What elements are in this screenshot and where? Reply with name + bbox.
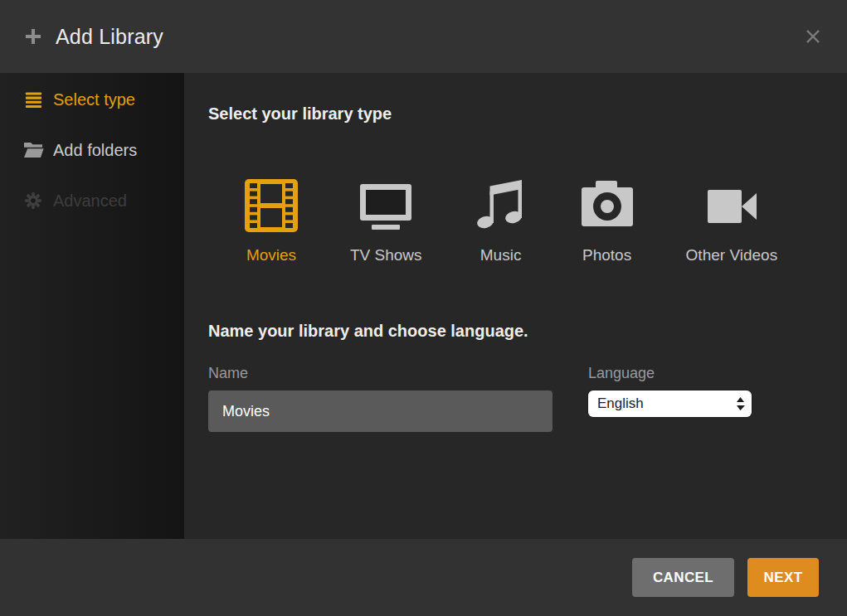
- name-language-fields: Name Language English: [208, 362, 822, 432]
- type-option-label: Photos: [582, 246, 631, 264]
- main-panel: Select your library type: [184, 73, 847, 539]
- type-option-label: Other Videos: [686, 246, 778, 264]
- name-field-label: Name: [208, 362, 552, 384]
- type-option-music[interactable]: Music: [474, 178, 528, 264]
- wizard-steps-sidebar: Select type Add folders: [0, 73, 184, 539]
- type-option-other-videos[interactable]: Other Videos: [686, 178, 778, 264]
- library-type-picker: Movies TV Shows: [208, 178, 822, 264]
- tv-icon: [358, 178, 413, 236]
- sidebar-item-label: Advanced: [53, 192, 127, 211]
- language-select[interactable]: English: [588, 390, 752, 417]
- music-note-icon: [474, 178, 528, 236]
- name-field-group: Name: [208, 362, 552, 432]
- camera-icon: [580, 178, 635, 236]
- language-field-group: Language English: [588, 362, 752, 432]
- film-icon: [244, 178, 299, 236]
- language-field-label: Language: [588, 362, 752, 384]
- sidebar-item-advanced: Advanced: [0, 184, 184, 217]
- library-name-input[interactable]: [208, 390, 552, 432]
- gear-icon: [22, 192, 44, 210]
- folder-icon: [22, 141, 44, 159]
- dialog-header: Add Library: [0, 0, 847, 73]
- dialog-body: Select type Add folders: [0, 73, 847, 539]
- dialog-title: Add Library: [56, 25, 163, 49]
- sidebar-item-label: Select type: [53, 90, 135, 109]
- type-option-movies[interactable]: Movies: [244, 178, 299, 264]
- type-option-label: Music: [480, 246, 522, 264]
- language-select-value: English: [597, 395, 736, 412]
- sidebar-item-select-type[interactable]: Select type: [0, 83, 184, 116]
- video-camera-icon: [704, 178, 759, 236]
- type-section-heading: Select your library type: [208, 103, 822, 124]
- type-option-label: Movies: [246, 246, 296, 264]
- name-section-heading: Name your library and choose language.: [208, 320, 822, 342]
- type-option-label: TV Shows: [350, 246, 422, 264]
- add-library-dialog: Add Library Select type Add folders: [0, 0, 847, 616]
- sidebar-item-label: Add folders: [53, 141, 137, 160]
- sidebar-item-add-folders[interactable]: Add folders: [0, 133, 184, 167]
- plus-icon: [23, 27, 43, 46]
- close-icon[interactable]: [802, 26, 824, 47]
- list-icon: [22, 90, 44, 109]
- type-option-photos[interactable]: Photos: [580, 178, 635, 264]
- next-button[interactable]: NEXT: [747, 558, 819, 597]
- dialog-footer: CANCEL NEXT: [0, 539, 847, 616]
- select-stepper-arrows-icon: [736, 396, 745, 411]
- type-option-tv-shows[interactable]: TV Shows: [350, 178, 422, 264]
- cancel-button[interactable]: CANCEL: [632, 558, 734, 597]
